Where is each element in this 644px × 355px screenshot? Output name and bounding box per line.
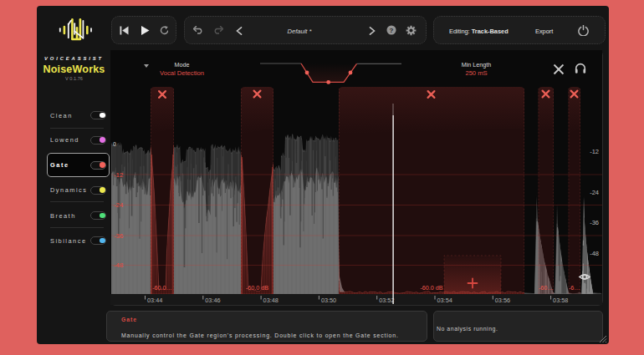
svg-text:03:58: 03:58 bbox=[553, 297, 568, 304]
svg-text:03:54: 03:54 bbox=[437, 297, 452, 304]
svg-text:03:46: 03:46 bbox=[205, 297, 220, 304]
svg-text:03:50: 03:50 bbox=[321, 297, 336, 304]
svg-text:?: ? bbox=[390, 27, 394, 34]
svg-text:0: 0 bbox=[113, 141, 116, 147]
svg-text:-60.0 dB: -60.0 dB bbox=[420, 284, 442, 292]
svg-text:-60.0 dB: -60.0 dB bbox=[246, 284, 268, 292]
svg-text:03:56: 03:56 bbox=[495, 297, 510, 304]
svg-text:03:52: 03:52 bbox=[379, 297, 394, 304]
svg-text:03:48: 03:48 bbox=[263, 297, 279, 304]
svg-text:-24: -24 bbox=[114, 201, 124, 209]
svg-text:-24: -24 bbox=[590, 189, 599, 196]
svg-text:-12: -12 bbox=[590, 148, 599, 155]
svg-text:-48: -48 bbox=[114, 261, 123, 269]
svg-text:03:44: 03:44 bbox=[147, 297, 162, 304]
svg-text:-36: -36 bbox=[590, 219, 599, 226]
svg-text:-48: -48 bbox=[590, 250, 599, 257]
svg-text:-60…: -60… bbox=[539, 284, 554, 292]
svg-text:-6…: -6… bbox=[569, 284, 580, 292]
svg-text:-12: -12 bbox=[114, 171, 123, 179]
svg-text:-36: -36 bbox=[114, 232, 123, 240]
svg-text:-60.0…: -60.0… bbox=[152, 284, 172, 292]
